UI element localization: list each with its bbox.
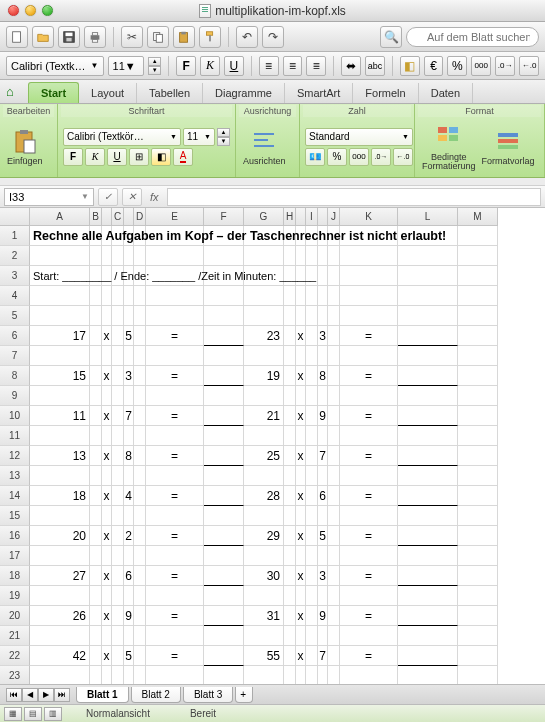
cell[interactable]: 6 [124,566,134,586]
cell[interactable] [102,246,112,266]
save-button[interactable] [58,26,80,48]
sheet-tab-1[interactable]: Blatt 1 [76,687,129,703]
cell[interactable] [318,426,328,446]
cell[interactable] [102,626,112,646]
row-header[interactable]: 10 [0,406,30,426]
cell[interactable] [30,386,90,406]
row-header[interactable]: 14 [0,486,30,506]
cell[interactable] [134,486,146,506]
nav-last[interactable]: ⏭ [54,688,70,702]
cell[interactable]: 5 [124,326,134,346]
col-header[interactable]: M [458,208,498,226]
cell[interactable] [204,486,244,506]
thousands-button[interactable]: 000 [471,56,491,76]
cell[interactable] [328,386,340,406]
cell[interactable] [134,586,146,606]
cell[interactable] [90,326,102,346]
tab-layout[interactable]: Layout [79,83,137,103]
fx-icon[interactable]: fx [146,191,163,203]
cell[interactable]: 31 [244,606,284,626]
cell[interactable] [458,646,498,666]
cell[interactable] [284,626,296,646]
cell[interactable] [90,346,102,366]
cell[interactable] [284,586,296,606]
italic-button[interactable]: K [200,56,220,76]
align-right-button[interactable]: ≡ [306,56,326,76]
cell[interactable]: x [296,486,306,506]
cell[interactable] [134,246,146,266]
row-header[interactable]: 18 [0,566,30,586]
cell[interactable]: = [340,366,398,386]
cell[interactable]: 25 [244,446,284,466]
cell[interactable] [112,306,124,326]
cell[interactable]: 7 [124,406,134,426]
cell[interactable]: = [146,326,204,346]
cell[interactable] [124,506,134,526]
col-header[interactable]: H [284,208,296,226]
col-header[interactable] [318,208,328,226]
cell[interactable] [296,246,306,266]
cell[interactable] [204,246,244,266]
col-header[interactable]: F [204,208,244,226]
cell[interactable] [90,506,102,526]
number-format-combo[interactable]: Standard▼ [305,128,413,146]
cell[interactable]: x [296,526,306,546]
cell[interactable] [112,406,124,426]
col-header[interactable]: E [146,208,204,226]
cell[interactable] [204,646,244,666]
row-header[interactable]: 21 [0,626,30,646]
ribbon-underline[interactable]: U [107,148,127,166]
cell[interactable] [398,366,458,386]
cell[interactable] [398,646,458,666]
cell[interactable] [328,406,340,426]
cell[interactable] [204,286,244,306]
cell[interactable] [318,506,328,526]
cell[interactable] [458,246,498,266]
row-header[interactable]: 12 [0,446,30,466]
cell[interactable] [112,586,124,606]
tab-formeln[interactable]: Formeln [353,83,418,103]
cell[interactable] [134,426,146,446]
cell[interactable] [340,586,398,606]
cell[interactable] [112,386,124,406]
cell[interactable]: x [296,606,306,626]
search-input[interactable] [406,27,539,47]
cell[interactable] [284,366,296,386]
cell[interactable]: 29 [244,526,284,546]
cell[interactable] [90,626,102,646]
cell[interactable] [244,286,284,306]
cell[interactable] [318,386,328,406]
print-button[interactable] [84,26,106,48]
cell[interactable] [284,466,296,486]
ribbon-currency[interactable]: 💶 [305,148,325,166]
cell[interactable] [134,566,146,586]
cell[interactable] [204,366,244,386]
cell[interactable] [458,506,498,526]
cell[interactable] [102,666,112,686]
merge-button[interactable]: ⬌ [341,56,361,76]
cell[interactable] [124,306,134,326]
cell[interactable] [318,666,328,686]
cell[interactable] [328,486,340,506]
styles-button[interactable]: Formatvorlag [480,125,537,168]
cell[interactable]: 13 [30,446,90,466]
cell[interactable] [458,566,498,586]
cell[interactable] [102,546,112,566]
cell[interactable] [318,546,328,566]
cell[interactable] [284,386,296,406]
cell[interactable] [204,606,244,626]
cell[interactable]: x [102,366,112,386]
cell[interactable] [112,526,124,546]
cell[interactable] [306,306,318,326]
format-painter-button[interactable] [199,26,221,48]
cell[interactable] [398,426,458,446]
paste-button[interactable] [173,26,195,48]
cell[interactable] [318,466,328,486]
ribbon-inc-dec[interactable]: ←.0 [393,148,413,166]
col-header[interactable]: I [306,208,318,226]
row-header[interactable]: 2 [0,246,30,266]
cell[interactable] [90,466,102,486]
cell[interactable] [296,626,306,646]
cell[interactable] [296,506,306,526]
cell[interactable] [30,306,90,326]
